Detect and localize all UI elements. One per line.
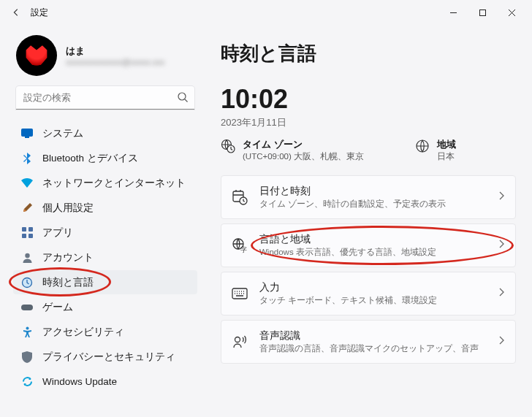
chevron-right-icon bbox=[498, 239, 505, 252]
apps-icon bbox=[20, 226, 34, 240]
nav-label: アカウント bbox=[42, 251, 94, 264]
svg-rect-7 bbox=[28, 234, 33, 238]
sidebar-item-system[interactable]: システム bbox=[13, 121, 197, 145]
svg-rect-2 bbox=[22, 129, 33, 137]
profile-name: はま bbox=[66, 45, 164, 58]
region-label: 地域 bbox=[437, 138, 456, 151]
svg-point-11 bbox=[26, 327, 28, 330]
nav-label: ゲーム bbox=[42, 301, 73, 314]
search-container bbox=[16, 86, 194, 110]
sidebar-item-personalization[interactable]: 個人用設定 bbox=[13, 196, 197, 220]
sidebar: はま xxxxxxxxxxxxxx@xxxxx.xxx システム Bluetoo… bbox=[0, 25, 205, 417]
sidebar-item-network[interactable]: ネットワークとインターネット bbox=[13, 171, 197, 195]
nav-label: ネットワークとインターネット bbox=[42, 177, 186, 190]
search-input[interactable] bbox=[16, 86, 194, 110]
calendar-clock-icon bbox=[232, 189, 248, 205]
sidebar-item-accessibility[interactable]: アクセシビリティ bbox=[13, 320, 197, 344]
nav-label: Bluetooth とデバイス bbox=[42, 152, 138, 165]
nav-label: アクセシビリティ bbox=[42, 326, 124, 339]
gaming-icon bbox=[20, 301, 34, 314]
card-input[interactable]: 入力 タッチ キーボード、テキスト候補、環境設定 bbox=[221, 272, 516, 315]
window-title: 設定 bbox=[31, 7, 48, 19]
svg-rect-3 bbox=[25, 137, 29, 138]
summary-row: タイム ゾーン (UTC+09:00) 大阪、札幌、東京 地域 日本 bbox=[221, 138, 516, 162]
avatar bbox=[16, 35, 57, 76]
svg-text:字: 字 bbox=[240, 246, 247, 253]
card-desc: タイム ゾーン、時計の自動設定、予定表の表示 bbox=[259, 199, 486, 210]
svg-rect-4 bbox=[22, 227, 26, 232]
nav-label: Windows Update bbox=[42, 376, 117, 387]
shield-icon bbox=[20, 351, 34, 364]
sidebar-item-time-language[interactable]: 時刻と言語 bbox=[13, 270, 197, 294]
chevron-right-icon bbox=[498, 191, 505, 204]
svg-point-8 bbox=[25, 253, 29, 258]
chevron-right-icon bbox=[498, 287, 505, 300]
clock-globe-icon bbox=[20, 276, 34, 289]
language-icon: 字 bbox=[232, 237, 248, 253]
sidebar-item-bluetooth[interactable]: Bluetooth とデバイス bbox=[13, 146, 197, 170]
sidebar-item-accounts[interactable]: アカウント bbox=[13, 245, 197, 269]
card-title: 音声認識 bbox=[259, 329, 486, 343]
card-desc: Windows 表示言語、優先する言語、地域設定 bbox=[259, 247, 486, 258]
close-button[interactable] bbox=[497, 2, 526, 23]
chevron-right-icon bbox=[498, 335, 505, 348]
page-title: 時刻と言語 bbox=[221, 41, 516, 66]
svg-rect-6 bbox=[22, 234, 26, 238]
bluetooth-icon bbox=[20, 152, 34, 165]
nav-label: アプリ bbox=[42, 226, 73, 240]
paintbrush-icon bbox=[20, 202, 34, 215]
sidebar-item-apps[interactable]: アプリ bbox=[13, 221, 197, 245]
card-language-region[interactable]: 字 言語と地域 Windows 表示言語、優先する言語、地域設定 bbox=[221, 223, 516, 267]
keyboard-icon bbox=[232, 286, 248, 302]
svg-rect-10 bbox=[21, 305, 33, 310]
title-bar: 設定 bbox=[0, 0, 532, 25]
card-speech[interactable]: 音声認識 音声認識の言語、音声認識マイクのセットアップ、音声 bbox=[221, 320, 516, 364]
sidebar-item-privacy[interactable]: プライバシーとセキュリティ bbox=[13, 345, 197, 369]
svg-point-20 bbox=[235, 337, 240, 343]
summary-region[interactable]: 地域 日本 bbox=[408, 138, 456, 162]
tz-value: (UTC+09:00) 大阪、札幌、東京 bbox=[243, 151, 364, 162]
card-desc: タッチ キーボード、テキスト候補、環境設定 bbox=[259, 295, 486, 306]
globe-clock-icon bbox=[221, 139, 235, 153]
tz-label: タイム ゾーン bbox=[243, 138, 364, 151]
wifi-icon bbox=[20, 177, 34, 190]
nav-list: システム Bluetooth とデバイス ネットワークとインターネット 個人用設… bbox=[13, 121, 197, 394]
sidebar-item-gaming[interactable]: ゲーム bbox=[13, 295, 197, 319]
back-button[interactable] bbox=[6, 2, 26, 23]
profile-email: xxxxxxxxxxxxxx@xxxxx.xxx bbox=[66, 58, 164, 66]
accounts-icon bbox=[20, 251, 34, 264]
region-value: 日本 bbox=[437, 151, 456, 162]
accessibility-icon bbox=[20, 326, 34, 339]
main-pane: 時刻と言語 10:02 2023年1月11日 タイム ゾーン (UTC+09:0… bbox=[205, 25, 532, 417]
sidebar-item-windows-update[interactable]: Windows Update bbox=[13, 370, 197, 394]
update-icon bbox=[20, 375, 34, 389]
card-title: 言語と地域 bbox=[259, 233, 486, 246]
search-icon bbox=[177, 91, 189, 106]
card-title: 入力 bbox=[259, 281, 486, 294]
summary-timezone[interactable]: タイム ゾーン (UTC+09:00) 大阪、札幌、東京 bbox=[221, 138, 364, 162]
card-desc: 音声認識の言語、音声認識マイクのセットアップ、音声 bbox=[259, 343, 486, 354]
nav-label: 時刻と言語 bbox=[42, 276, 94, 289]
card-title: 日付と時刻 bbox=[259, 185, 486, 198]
clock-display: 10:02 bbox=[221, 84, 516, 115]
date-display: 2023年1月11日 bbox=[221, 116, 516, 129]
nav-label: システム bbox=[42, 127, 83, 140]
globe-icon bbox=[415, 139, 430, 153]
svg-rect-5 bbox=[28, 227, 33, 232]
svg-rect-0 bbox=[479, 9, 485, 15]
speech-icon bbox=[232, 334, 248, 350]
nav-label: プライバシーとセキュリティ bbox=[42, 351, 175, 364]
svg-point-1 bbox=[178, 93, 186, 100]
card-date-time[interactable]: 日付と時刻 タイム ゾーン、時計の自動設定、予定表の表示 bbox=[221, 175, 516, 219]
profile[interactable]: はま xxxxxxxxxxxxxx@xxxxx.xxx bbox=[13, 35, 197, 76]
minimize-button[interactable] bbox=[438, 2, 468, 23]
system-icon bbox=[20, 127, 34, 140]
nav-label: 個人用設定 bbox=[42, 202, 94, 215]
maximize-button[interactable] bbox=[468, 2, 497, 23]
